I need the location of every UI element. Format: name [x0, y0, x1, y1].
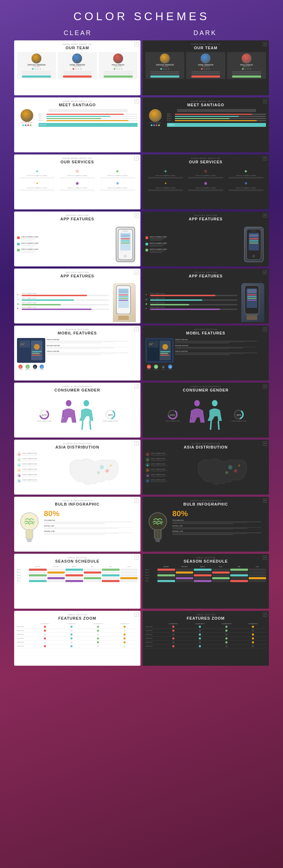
- check-dot: [225, 630, 227, 632]
- schedule-row: Row 3: [17, 574, 138, 576]
- corner-icon: [134, 156, 139, 160]
- app-feature-item: SUBTLE EXAMPLE HERE: [145, 236, 239, 241]
- slide-row-meet-santiago: KNOW MORE ABOUT USMEET SANTIAGOVICE PRES…: [14, 97, 269, 152]
- bulb-lines: [172, 532, 266, 535]
- features-check-cell: [214, 641, 239, 643]
- platform-label: ANDROID: [154, 369, 158, 371]
- corner-icon: [263, 556, 267, 560]
- skill-bar-row: SKILL 3: [167, 118, 266, 119]
- corner-icon: [134, 613, 139, 617]
- slide-subtitle: KNOW MORE ABOUT US: [143, 100, 269, 102]
- asia-label: SUBTLE EXAMPLE HERE: [22, 458, 40, 460]
- schedule-cell: [249, 580, 266, 582]
- team-btn[interactable]: [232, 75, 261, 78]
- bulb-line: [44, 528, 119, 529]
- service-item: ❋SUBTLE EXAMPLE HERE: [98, 180, 137, 191]
- app2-bar-item: ♥SUBTLE EXAMPLE HERE: [145, 307, 237, 310]
- asia-subline: [22, 482, 36, 483]
- features-check-cell: [214, 633, 239, 636]
- slide-consumer-gender-clear: CHART & INFOGRAPHICSCONSUMER GENDER 62% …: [14, 383, 140, 438]
- svg-point-45: [162, 344, 168, 350]
- skill-bar-fill: [46, 120, 128, 121]
- team-btn[interactable]: [150, 75, 179, 78]
- features-check-cell: [240, 641, 266, 643]
- schedule-cell: [212, 577, 230, 579]
- bulb-line: [172, 522, 261, 522]
- asia-text: SUBTLE EXAMPLE HERE: [151, 469, 168, 472]
- features-check-cell: [58, 633, 84, 636]
- skill-label: SKILL 2: [39, 115, 46, 117]
- slide-subtitle: TABLE SECTION: [14, 557, 140, 559]
- mobil-feature-title: BECOME FEATURE: [175, 345, 266, 346]
- skill-bar-track: [175, 114, 266, 115]
- team-btn[interactable]: [191, 75, 220, 78]
- asia-icon: ❋: [145, 479, 150, 483]
- schedule-header-cell: May: [102, 566, 120, 568]
- bulb-line: [44, 522, 133, 522]
- features-row-label: Feature Item: [17, 630, 31, 631]
- corner-icon: [263, 99, 267, 103]
- platform-label: APPLE: [33, 369, 37, 371]
- svg-rect-28: [247, 294, 256, 295]
- feature-box: FEATURE: [167, 123, 266, 127]
- app2-bar-item: ◆SUBTLE EXAMPLE HERE: [17, 302, 109, 305]
- features-table-row: Feature Item: [145, 630, 266, 633]
- app-feature-item: SUBTLE EXAMPLE HERE: [145, 248, 239, 253]
- svg-rect-46: [160, 351, 170, 352]
- team-role: DEVELOPER: [202, 66, 209, 67]
- mobil-feature-line: [175, 354, 230, 355]
- slide-title: BULB INFOGRAPHIC: [14, 502, 140, 506]
- asia-label: SUBTLE EXAMPLE HERE: [151, 463, 168, 465]
- features-check-cell: [112, 641, 138, 643]
- skill-bar-row: SKILL 4: [167, 120, 266, 121]
- asia-sublines: [22, 481, 40, 483]
- schedule-layout: JanuaryFebruaryMarchAprilMayJuneRow 1Row…: [14, 565, 140, 609]
- team-btn[interactable]: [63, 75, 92, 78]
- team-card: SANTIAGO ANDERSONDESIGNER: [17, 52, 56, 79]
- service-item: ✦SUBTLE EXAMPLE HERE: [18, 180, 57, 191]
- empty-dot: [123, 630, 126, 632]
- bio-line: [177, 109, 256, 110]
- bulb-line: [172, 529, 233, 530]
- service-line: [229, 177, 264, 178]
- service-item: ⬟SUBTLE EXAMPLE HERE: [186, 180, 225, 191]
- male-label: SUBTLE EXAMPLE HERE: [103, 421, 118, 422]
- empty-dot: [172, 641, 174, 643]
- bulb-line: [172, 523, 247, 523]
- service-line: [148, 177, 183, 178]
- schedule-header-cell: April: [84, 566, 102, 568]
- slide-meet-santiago-clear: KNOW MORE ABOUT USMEET SANTIAGOVICE PRES…: [14, 97, 140, 152]
- empty-dot: [172, 633, 174, 636]
- slide-our-team-clear: KNOW MORE ABOUT USOUR TEAMSANTIAGO ANDER…: [14, 40, 140, 95]
- mobil-feature-line: [47, 354, 101, 355]
- platform-icon-circle: ◎: [161, 365, 166, 369]
- features-check-cell: [32, 630, 58, 632]
- empty-dot: [44, 641, 46, 643]
- platform-icon-item: ◎ANDROID: [25, 365, 30, 371]
- team-btn[interactable]: [104, 75, 133, 78]
- schedule-cell: [249, 577, 266, 579]
- app2-bar-fill: [150, 304, 189, 305]
- team-btn[interactable]: [22, 75, 51, 78]
- mobil-feature-lines: [175, 353, 266, 355]
- skill-label: SKILL 2: [167, 115, 174, 117]
- skill-bar-row: SKILL 3: [39, 118, 138, 119]
- schedule-cells: [29, 574, 138, 576]
- schedule-row-label: Row 2: [145, 572, 156, 573]
- app-feature-item: SUBTLE EXAMPLE HERE: [17, 236, 111, 241]
- asia-item: ⬟SUBTLE EXAMPLE HERE: [145, 473, 175, 478]
- check-dot: [44, 630, 46, 632]
- app2-bar-item: ✈SUBTLE EXAMPLE HERE: [17, 293, 109, 296]
- slide-title: APP FEATURES: [14, 274, 140, 278]
- schedule-cell: [157, 574, 175, 576]
- features-check-cell: [160, 641, 186, 643]
- corner-icon: [134, 270, 139, 275]
- schedule-cell: [102, 571, 120, 574]
- features-header-cell: Column Pro III: [85, 623, 111, 625]
- features-checkboxes: [160, 641, 266, 643]
- bulb-item-title: OCIPTAL LOSE: [172, 525, 266, 527]
- schedule-cells: [157, 569, 266, 571]
- features-row-label: Feature Item: [17, 634, 31, 635]
- app-features-layout: SUBTLE EXAMPLE HERESUBTLE EXAMPLE HERESU…: [14, 222, 140, 266]
- slide-row-features-zoom: TABLE SECTIONFEATURES ZOOMColumn Pro ICo…: [14, 611, 269, 666]
